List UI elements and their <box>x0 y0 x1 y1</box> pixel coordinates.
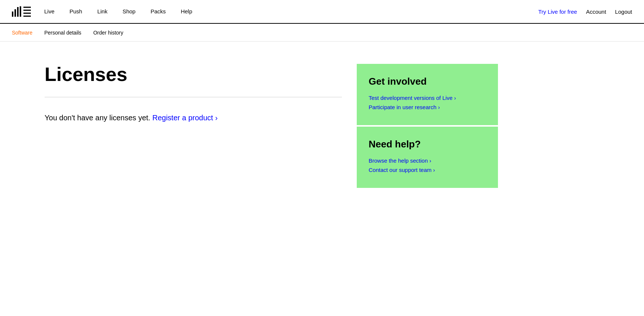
nav-right: Try Live for free Account Logout <box>538 9 632 15</box>
sidebar: Get involved Test development versions o… <box>357 64 498 189</box>
logo-bar-3 <box>17 7 19 17</box>
need-help-card: Need help? Browse the help section › Con… <box>357 127 498 188</box>
site-header: Live Push Link Shop Packs Help Try Live … <box>0 0 644 24</box>
need-help-title: Need help? <box>369 139 486 150</box>
section-divider <box>45 97 342 97</box>
logo-line-4 <box>23 16 31 17</box>
browse-help-link[interactable]: Browse the help section › <box>369 157 486 164</box>
logo-bars-icon <box>12 6 21 17</box>
test-dev-versions-link[interactable]: Test development versions of Live › <box>369 95 486 101</box>
logo-bar-1 <box>12 12 13 17</box>
main-nav: Live Push Link Shop Packs Help <box>44 8 192 15</box>
ableton-logo[interactable] <box>12 6 31 17</box>
sub-nav-software[interactable]: Software <box>12 24 38 42</box>
empty-message-text: You don't have any licenses yet. <box>45 114 150 122</box>
logo-bar-2 <box>14 9 16 17</box>
page-title: Licenses <box>45 64 342 85</box>
sub-nav: Software Personal details Order history <box>0 24 644 42</box>
nav-push[interactable]: Push <box>69 8 82 14</box>
sub-nav-personal-details[interactable]: Personal details <box>38 24 87 42</box>
nav-help[interactable]: Help <box>181 8 192 14</box>
register-product-link[interactable]: Register a product › <box>152 114 218 122</box>
contact-support-link[interactable]: Contact our support team › <box>369 167 486 173</box>
nav-live[interactable]: Live <box>44 8 55 14</box>
logout-link[interactable]: Logout <box>615 9 632 15</box>
account-link[interactable]: Account <box>586 9 606 15</box>
main-container: Licenses You don't have any licenses yet… <box>0 42 644 204</box>
nav-packs[interactable]: Packs <box>151 8 166 14</box>
nav-link[interactable]: Link <box>97 8 108 14</box>
try-live-button[interactable]: Try Live for free <box>538 9 577 15</box>
logo-line-2 <box>23 10 31 11</box>
get-involved-card: Get involved Test development versions o… <box>357 64 498 125</box>
logo-bar-4 <box>20 6 21 17</box>
nav-left: Live Push Link Shop Packs Help <box>12 6 192 17</box>
sub-nav-order-history[interactable]: Order history <box>87 24 129 42</box>
user-research-link[interactable]: Participate in user research › <box>369 104 486 110</box>
get-involved-title: Get involved <box>369 76 486 87</box>
content-area: Licenses You don't have any licenses yet… <box>45 64 342 189</box>
empty-licenses-message: You don't have any licenses yet. Registe… <box>45 112 342 123</box>
logo-line-3 <box>23 13 31 14</box>
nav-shop[interactable]: Shop <box>123 8 136 14</box>
logo-line-1 <box>23 7 31 8</box>
logo-lines-icon <box>23 6 31 17</box>
